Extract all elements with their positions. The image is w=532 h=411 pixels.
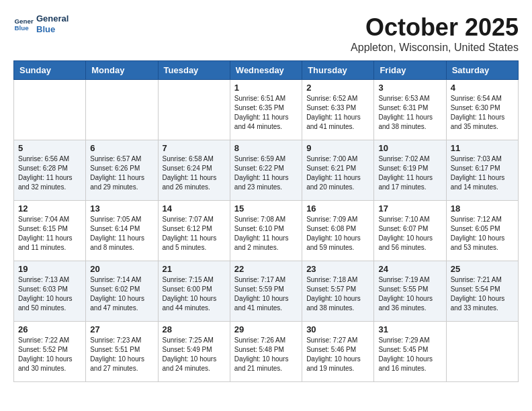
day-number: 31 <box>378 324 441 334</box>
day-info: Sunrise: 7:27 AM Sunset: 5:46 PM Dayligh… <box>306 336 369 373</box>
calendar-week-5: 26Sunrise: 7:22 AM Sunset: 5:52 PM Dayli… <box>14 322 519 382</box>
weekday-header-friday: Friday <box>374 61 446 80</box>
day-number: 11 <box>451 143 514 153</box>
day-info: Sunrise: 6:58 AM Sunset: 6:24 PM Dayligh… <box>163 154 226 192</box>
day-number: 7 <box>163 143 226 153</box>
day-number: 21 <box>163 264 226 274</box>
month-title: October 2025 <box>351 13 519 42</box>
calendar-cell: 18Sunrise: 7:12 AM Sunset: 6:05 PM Dayli… <box>446 201 518 261</box>
day-number: 18 <box>451 203 514 214</box>
calendar-cell: 11Sunrise: 7:03 AM Sunset: 6:17 PM Dayli… <box>446 140 518 201</box>
day-info: Sunrise: 7:18 AM Sunset: 5:57 PM Dayligh… <box>306 275 369 313</box>
day-number: 22 <box>234 264 298 274</box>
logo-blue: Blue <box>36 24 69 35</box>
calendar-cell <box>446 322 518 382</box>
day-info: Sunrise: 7:04 AM Sunset: 6:15 PM Dayligh… <box>18 215 81 253</box>
day-number: 14 <box>163 203 226 214</box>
logo-general: General <box>36 13 69 24</box>
day-number: 15 <box>234 203 298 214</box>
day-info: Sunrise: 6:57 AM Sunset: 6:26 PM Dayligh… <box>90 154 153 192</box>
calendar-cell: 22Sunrise: 7:17 AM Sunset: 5:59 PM Dayli… <box>230 261 302 322</box>
calendar-cell: 9Sunrise: 7:00 AM Sunset: 6:21 PM Daylig… <box>302 140 374 201</box>
calendar-cell <box>14 80 86 140</box>
day-number: 27 <box>90 324 153 334</box>
calendar-cell: 19Sunrise: 7:13 AM Sunset: 6:03 PM Dayli… <box>14 261 86 322</box>
day-info: Sunrise: 7:09 AM Sunset: 6:08 PM Dayligh… <box>306 215 369 253</box>
calendar-cell: 24Sunrise: 7:19 AM Sunset: 5:55 PM Dayli… <box>374 261 446 322</box>
calendar-cell: 3Sunrise: 6:53 AM Sunset: 6:31 PM Daylig… <box>374 80 446 140</box>
calendar-cell: 5Sunrise: 6:56 AM Sunset: 6:28 PM Daylig… <box>14 140 86 201</box>
calendar-week-3: 12Sunrise: 7:04 AM Sunset: 6:15 PM Dayli… <box>14 201 519 261</box>
day-number: 2 <box>306 83 369 93</box>
day-info: Sunrise: 7:08 AM Sunset: 6:10 PM Dayligh… <box>234 215 298 253</box>
calendar-cell: 29Sunrise: 7:26 AM Sunset: 5:48 PM Dayli… <box>230 322 302 382</box>
day-info: Sunrise: 7:10 AM Sunset: 6:07 PM Dayligh… <box>378 215 441 253</box>
day-info: Sunrise: 7:26 AM Sunset: 5:48 PM Dayligh… <box>234 336 298 373</box>
day-number: 13 <box>90 203 153 214</box>
location: Appleton, Wisconsin, United States <box>351 42 519 54</box>
calendar-cell: 14Sunrise: 7:07 AM Sunset: 6:12 PM Dayli… <box>158 201 230 261</box>
day-info: Sunrise: 7:03 AM Sunset: 6:17 PM Dayligh… <box>451 154 514 192</box>
day-number: 26 <box>18 324 81 334</box>
day-number: 10 <box>378 143 441 153</box>
calendar-cell: 6Sunrise: 6:57 AM Sunset: 6:26 PM Daylig… <box>86 140 158 201</box>
title-block: October 2025 Appleton, Wisconsin, United… <box>351 13 519 54</box>
day-number: 1 <box>234 83 298 93</box>
day-number: 29 <box>234 324 298 334</box>
weekday-header-saturday: Saturday <box>446 61 518 80</box>
day-number: 4 <box>451 83 514 93</box>
day-info: Sunrise: 6:51 AM Sunset: 6:35 PM Dayligh… <box>234 94 298 132</box>
day-info: Sunrise: 7:17 AM Sunset: 5:59 PM Dayligh… <box>234 275 298 313</box>
calendar-cell: 1Sunrise: 6:51 AM Sunset: 6:35 PM Daylig… <box>230 80 302 140</box>
day-info: Sunrise: 7:19 AM Sunset: 5:55 PM Dayligh… <box>378 275 441 313</box>
day-info: Sunrise: 7:22 AM Sunset: 5:52 PM Dayligh… <box>18 336 81 373</box>
calendar-cell: 31Sunrise: 7:29 AM Sunset: 5:45 PM Dayli… <box>374 322 446 382</box>
day-number: 20 <box>90 264 153 274</box>
day-number: 16 <box>306 203 369 214</box>
calendar-week-4: 19Sunrise: 7:13 AM Sunset: 6:03 PM Dayli… <box>14 261 519 322</box>
day-info: Sunrise: 7:12 AM Sunset: 6:05 PM Dayligh… <box>451 215 514 253</box>
calendar-cell <box>86 80 158 140</box>
weekday-header-thursday: Thursday <box>302 61 374 80</box>
day-info: Sunrise: 6:53 AM Sunset: 6:31 PM Dayligh… <box>378 94 441 132</box>
calendar-cell: 20Sunrise: 7:14 AM Sunset: 6:02 PM Dayli… <box>86 261 158 322</box>
day-number: 6 <box>90 143 153 153</box>
day-info: Sunrise: 7:29 AM Sunset: 5:45 PM Dayligh… <box>378 336 441 373</box>
weekday-header-wednesday: Wednesday <box>230 61 302 80</box>
day-info: Sunrise: 7:23 AM Sunset: 5:51 PM Dayligh… <box>90 336 153 373</box>
calendar-cell <box>158 80 230 140</box>
weekday-header-monday: Monday <box>86 61 158 80</box>
calendar-cell: 15Sunrise: 7:08 AM Sunset: 6:10 PM Dayli… <box>230 201 302 261</box>
logo: General Blue General Blue <box>13 13 69 34</box>
calendar-cell: 10Sunrise: 7:02 AM Sunset: 6:19 PM Dayli… <box>374 140 446 201</box>
calendar-cell: 13Sunrise: 7:05 AM Sunset: 6:14 PM Dayli… <box>86 201 158 261</box>
calendar-week-1: 1Sunrise: 6:51 AM Sunset: 6:35 PM Daylig… <box>14 80 519 140</box>
day-number: 17 <box>378 203 441 214</box>
logo-icon: General Blue <box>13 14 34 34</box>
svg-text:General: General <box>15 17 34 24</box>
day-info: Sunrise: 7:15 AM Sunset: 6:00 PM Dayligh… <box>163 275 226 313</box>
calendar-cell: 25Sunrise: 7:21 AM Sunset: 5:54 PM Dayli… <box>446 261 518 322</box>
day-number: 25 <box>451 264 514 274</box>
day-info: Sunrise: 7:21 AM Sunset: 5:54 PM Dayligh… <box>451 275 514 313</box>
day-number: 28 <box>163 324 226 334</box>
day-info: Sunrise: 6:59 AM Sunset: 6:22 PM Dayligh… <box>234 154 298 192</box>
page-header: General Blue General Blue October 2025 A… <box>13 13 519 54</box>
day-number: 9 <box>306 143 369 153</box>
calendar-week-2: 5Sunrise: 6:56 AM Sunset: 6:28 PM Daylig… <box>14 140 519 201</box>
day-info: Sunrise: 6:54 AM Sunset: 6:30 PM Dayligh… <box>451 94 514 132</box>
calendar-cell: 28Sunrise: 7:25 AM Sunset: 5:49 PM Dayli… <box>158 322 230 382</box>
calendar-cell: 16Sunrise: 7:09 AM Sunset: 6:08 PM Dayli… <box>302 201 374 261</box>
calendar-cell: 12Sunrise: 7:04 AM Sunset: 6:15 PM Dayli… <box>14 201 86 261</box>
day-number: 12 <box>18 203 81 214</box>
calendar-cell: 23Sunrise: 7:18 AM Sunset: 5:57 PM Dayli… <box>302 261 374 322</box>
calendar-cell: 27Sunrise: 7:23 AM Sunset: 5:51 PM Dayli… <box>86 322 158 382</box>
calendar-cell: 30Sunrise: 7:27 AM Sunset: 5:46 PM Dayli… <box>302 322 374 382</box>
day-number: 19 <box>18 264 81 274</box>
weekday-header-tuesday: Tuesday <box>158 61 230 80</box>
day-number: 30 <box>306 324 369 334</box>
day-number: 24 <box>378 264 441 274</box>
day-info: Sunrise: 7:13 AM Sunset: 6:03 PM Dayligh… <box>18 275 81 313</box>
calendar-cell: 17Sunrise: 7:10 AM Sunset: 6:07 PM Dayli… <box>374 201 446 261</box>
calendar-cell: 2Sunrise: 6:52 AM Sunset: 6:33 PM Daylig… <box>302 80 374 140</box>
